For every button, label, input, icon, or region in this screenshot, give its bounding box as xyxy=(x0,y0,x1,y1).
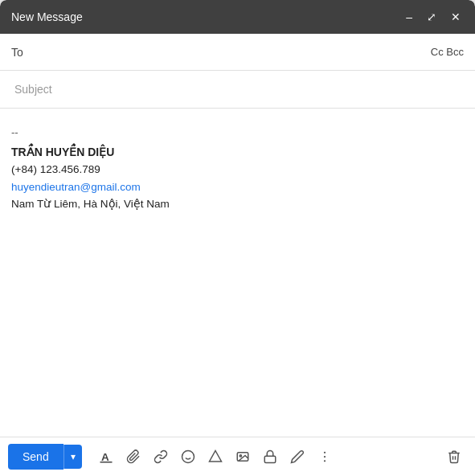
signature: -- TRẦN HUYỀN DIỆU (+84) 123.456.789 huy… xyxy=(11,125,464,213)
more-icon xyxy=(317,449,332,464)
emoji-icon xyxy=(181,449,195,464)
trash-icon xyxy=(447,449,461,464)
formatting-button[interactable]: A xyxy=(93,445,119,469)
minimize-button[interactable]: – xyxy=(403,10,416,24)
link-icon xyxy=(154,449,168,464)
svg-point-11 xyxy=(324,460,326,462)
svg-point-9 xyxy=(324,452,326,453)
emoji-button[interactable] xyxy=(175,445,201,469)
formatting-icon: A xyxy=(99,449,113,464)
compose-window: New Message – ⤢ ✕ To Cc Bcc -- TRẦN HUYỀ… xyxy=(0,0,475,476)
discard-button[interactable] xyxy=(441,445,467,469)
cc-bcc-label[interactable]: Cc Bcc xyxy=(431,46,464,58)
close-button[interactable]: ✕ xyxy=(448,10,464,24)
drive-button[interactable] xyxy=(203,445,228,469)
attach-icon xyxy=(126,449,141,464)
photo-button[interactable] xyxy=(230,445,256,469)
signature-button[interactable] xyxy=(285,445,310,469)
expand-button[interactable]: ⤢ xyxy=(424,10,440,24)
sig-phone: (+84) 123.456.789 xyxy=(11,161,464,178)
subject-input[interactable] xyxy=(11,76,464,102)
sig-dash: -- xyxy=(11,125,464,142)
svg-text:A: A xyxy=(101,451,109,463)
title-actions: – ⤢ ✕ xyxy=(403,10,464,24)
svg-point-2 xyxy=(182,451,194,463)
more-options-button[interactable] xyxy=(312,445,338,469)
confidential-button[interactable] xyxy=(257,445,283,469)
photo-icon xyxy=(235,449,250,464)
link-button[interactable] xyxy=(148,445,174,469)
lock-icon xyxy=(263,449,277,464)
to-input[interactable] xyxy=(35,39,431,65)
body-area[interactable]: -- TRẦN HUYỀN DIỆU (+84) 123.456.789 huy… xyxy=(0,109,475,437)
to-row: To Cc Bcc xyxy=(0,34,475,71)
send-dropdown-button[interactable]: ▾ xyxy=(63,445,82,469)
drive-icon xyxy=(208,449,223,464)
sig-name: TRẦN HUYỀN DIỆU xyxy=(11,143,464,161)
toolbar: Send ▾ A xyxy=(0,437,475,476)
subject-row xyxy=(0,71,475,108)
sig-email[interactable]: huyendieutran@gmail.com xyxy=(11,181,141,193)
svg-rect-8 xyxy=(264,456,276,462)
window-title: New Message xyxy=(11,10,83,23)
svg-marker-5 xyxy=(209,451,221,462)
sig-address: Nam Từ Liêm, Hà Nội, Việt Nam xyxy=(11,195,464,213)
fields-area: To Cc Bcc xyxy=(0,34,475,109)
title-bar: New Message – ⤢ ✕ xyxy=(0,0,475,34)
attach-button[interactable] xyxy=(121,445,146,469)
pencil-icon xyxy=(290,449,305,464)
send-btn-group: Send ▾ xyxy=(8,444,82,470)
svg-point-10 xyxy=(324,456,326,458)
to-label: To xyxy=(11,46,35,59)
send-button[interactable]: Send xyxy=(8,444,63,470)
svg-point-7 xyxy=(240,455,241,457)
